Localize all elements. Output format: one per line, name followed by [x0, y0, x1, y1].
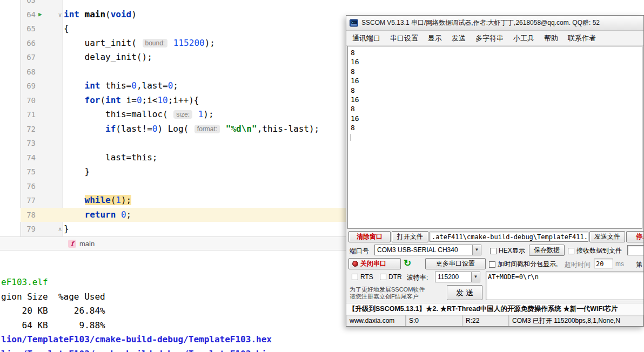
fold-marker	[56, 50, 64, 65]
line-number-gutter[interactable]: 67	[21, 50, 56, 65]
menu-item-1[interactable]: 通讯端口	[347, 33, 385, 43]
line-number-gutter[interactable]: 71	[21, 107, 56, 122]
console-line: 20 KB 26.84%	[1, 304, 346, 319]
code-line-73[interactable]: 73	[0, 136, 346, 151]
timestamp-checkbox[interactable]: 加时间戳和分包显示,	[489, 260, 558, 269]
menu-item-3[interactable]: 显示	[423, 33, 447, 43]
code-token: for	[85, 95, 100, 105]
line-number-gutter[interactable]: 66	[21, 36, 56, 51]
run-icon[interactable]: ▶	[38, 8, 42, 22]
promo-banner-link[interactable]: 【升级到SSCOM5.13.1】★2. ★RT-Thread中国人的开源免费操作…	[346, 303, 643, 315]
menu-item-2[interactable]: 串口设置	[385, 33, 423, 43]
line-number: 78	[26, 208, 36, 222]
line-number-gutter[interactable]: 70	[21, 93, 56, 108]
checkbox-box[interactable]	[490, 248, 497, 254]
code-text: int this=0,last=0;	[64, 79, 346, 93]
menu-item-7[interactable]: 帮助	[539, 33, 563, 43]
code-line-78[interactable]: 78 return 0;	[0, 208, 346, 222]
baud-label: 波特率:	[407, 273, 428, 282]
dtr-checkbox[interactable]: DTR	[380, 273, 402, 281]
code-editor[interactable]: 6364▶∨int main(void)65{66 uart_init( bou…	[0, 0, 346, 236]
more-port-settings-button[interactable]: 更多串口设置	[425, 258, 486, 269]
line-number-gutter[interactable]: 68	[21, 65, 56, 79]
line-number-gutter[interactable]: 64▶	[21, 8, 56, 22]
code-line-67[interactable]: 67 delay_init();	[0, 50, 346, 65]
code-line-76[interactable]: 76	[0, 179, 346, 194]
send-button[interactable]: 发 送	[447, 285, 482, 300]
checkbox-box[interactable]	[568, 248, 574, 254]
menu-item-6[interactable]: 小工具	[508, 33, 539, 43]
save-data-button[interactable]: 保存数据	[529, 245, 565, 256]
code-line-72[interactable]: 72 if(last!=0) Log( format: "%d\n",this-…	[0, 122, 346, 137]
fold-marker	[56, 93, 64, 108]
file-path-field[interactable]: .ateF411\cmake-build-debug\TemplateF411.…	[430, 232, 588, 242]
menu-item-8[interactable]: 联系作者	[563, 33, 601, 43]
code-line-68[interactable]: 68	[0, 65, 346, 79]
rts-checkbox[interactable]: RTS	[352, 273, 373, 281]
code-line-71[interactable]: 71 this=malloc( size: 1);	[0, 107, 346, 122]
status-link-daxia[interactable]: www.daxia.com	[346, 315, 406, 327]
line-number-gutter[interactable]: 69	[21, 79, 56, 93]
code-line-66[interactable]: 66 uart_init( bound: 115200);	[0, 36, 346, 51]
chevron-down-icon[interactable]: ▼	[471, 272, 480, 282]
port-select[interactable]: COM3 USB-SERIAL CH340 ▼	[374, 245, 481, 255]
edge-field[interactable]	[627, 245, 644, 255]
timeout-unit-label: ms	[615, 260, 624, 268]
chevron-down-icon[interactable]: ▼	[472, 245, 481, 255]
receive-to-file-checkbox[interactable]: 接收数据到文件	[568, 246, 622, 255]
checkbox-box[interactable]	[380, 274, 386, 280]
code-line-63[interactable]: 63	[0, 0, 346, 8]
line-number-gutter[interactable]: 63	[21, 0, 56, 8]
code-line-64[interactable]: 64▶∨int main(void)	[0, 8, 346, 22]
code-line-70[interactable]: 70 for(int i=0;i<10;i++){	[0, 93, 346, 108]
code-token: (	[105, 9, 111, 19]
timeout-label: 超时时间	[565, 260, 591, 269]
code-token	[116, 209, 121, 220]
code-line-79[interactable]: 79∧}	[0, 222, 346, 236]
line-number-gutter[interactable]: 73	[21, 136, 56, 151]
code-text: }	[64, 165, 346, 179]
refresh-ports-icon[interactable]: ↻	[404, 258, 411, 269]
sscom-titlebar[interactable]: SSCOM V5.13.1 串口/网络数据调试器,作者:大虾丁丁,2618058…	[346, 16, 643, 31]
terminal-cursor	[351, 134, 351, 141]
checkbox-box[interactable]	[489, 261, 495, 268]
line-number-gutter[interactable]: 76	[21, 179, 56, 194]
fold-marker[interactable]: ∧	[56, 222, 64, 236]
baud-select-value: 115200	[438, 273, 459, 281]
fold-marker	[56, 136, 64, 151]
send-text-input[interactable]: AT+MODE=0\r\n	[486, 272, 644, 300]
line-number-gutter[interactable]: 78	[21, 208, 56, 222]
line-number-gutter[interactable]: 79	[21, 222, 56, 236]
code-token: 115200	[173, 38, 205, 48]
timeout-input[interactable]: 20	[594, 259, 613, 268]
line-number-gutter[interactable]: 77	[21, 193, 56, 208]
code-line-75[interactable]: 75 }	[0, 165, 346, 179]
receive-terminal[interactable]: 8168168168168	[347, 46, 642, 229]
close-port-button[interactable]: 关闭串口	[348, 258, 401, 269]
code-line-65[interactable]: 65{	[0, 22, 346, 36]
menu-item-5[interactable]: 多字符串	[471, 33, 508, 43]
code-text: return 0;	[64, 208, 346, 222]
code-line-77[interactable]: 77 while(1);	[0, 193, 346, 208]
build-console[interactable]: eF103.elfgion Size %age Used 20 KB 26.84…	[0, 251, 346, 352]
clear-window-button[interactable]: 清除窗口	[348, 231, 391, 242]
checkbox-box[interactable]	[352, 274, 358, 280]
line-number-gutter[interactable]: 75	[21, 165, 56, 179]
code-token: 0	[137, 95, 142, 105]
send-file-button[interactable]: 发送文件	[589, 231, 625, 242]
baud-select[interactable]: 115200 ▼	[435, 272, 480, 282]
sscom-window: SSCOM V5.13.1 串口/网络数据调试器,作者:大虾丁丁,2618058…	[346, 15, 644, 327]
open-file-button[interactable]: 打开文件	[392, 231, 428, 242]
code-line-74[interactable]: 74 last=this;	[0, 151, 346, 165]
hex-display-checkbox[interactable]: HEX显示	[490, 246, 525, 255]
code-line-69[interactable]: 69 int this=0,last=0;	[0, 79, 346, 93]
line-number-gutter[interactable]: 65	[21, 22, 56, 36]
code-token: );	[121, 195, 131, 205]
code-token: ;	[126, 209, 132, 220]
stop-button[interactable]: 停止	[626, 231, 644, 242]
menu-item-4[interactable]: 发送	[447, 33, 471, 43]
fold-marker[interactable]: ∨	[56, 8, 64, 22]
line-number-gutter[interactable]: 72	[21, 122, 56, 137]
breadcrumb-item-main[interactable]: main	[79, 240, 95, 248]
line-number-gutter[interactable]: 74	[21, 151, 56, 165]
